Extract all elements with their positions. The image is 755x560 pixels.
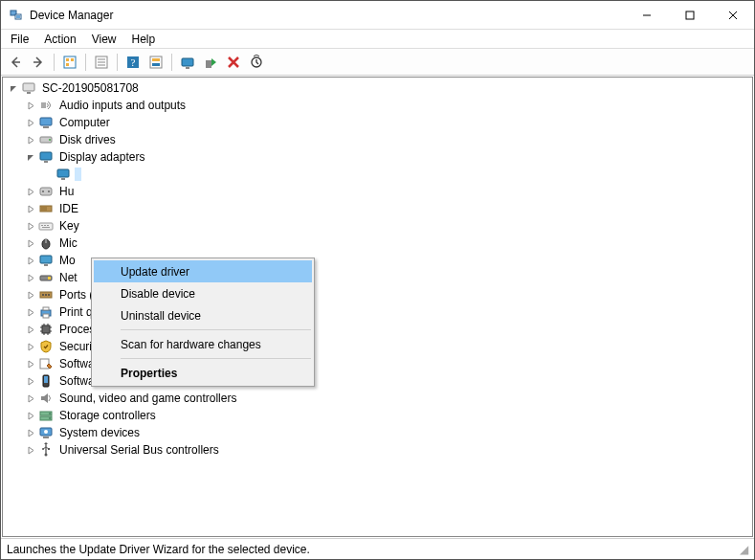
chevron-right-icon[interactable] [24,219,37,233]
toolbar: ? [1,49,754,76]
chevron-down-icon[interactable] [24,150,37,164]
tree-category[interactable]: Display adapters [3,148,752,166]
update-driver-button[interactable] [177,52,198,73]
chevron-right-icon[interactable] [24,202,37,215]
chevron-right-icon[interactable] [24,254,37,267]
menu-file[interactable]: File [3,32,36,47]
menu-action[interactable]: Action [36,32,83,47]
ctx-disable-device[interactable]: Disable device [94,282,312,304]
tree-category[interactable]: Mic [3,235,752,252]
chevron-right-icon[interactable] [24,374,37,388]
svg-rect-25 [27,92,31,94]
chevron-right-icon[interactable] [24,392,37,405]
tree-category-label: Storage controllers [57,409,158,422]
svg-rect-44 [44,225,46,226]
keyboard-icon [38,218,54,234]
tree-root[interactable]: SC-201905081708 [3,79,752,97]
forward-button[interactable] [28,52,49,73]
computer-icon [38,115,54,130]
sound-icon [38,391,54,406]
chevron-right-icon[interactable] [24,271,37,284]
storage-icon [38,408,54,423]
tree-category[interactable]: System devices [3,424,752,441]
svg-rect-58 [43,307,49,310]
menubar: File Action View Help [1,30,754,49]
resize-grip-icon[interactable]: ◢ [740,543,748,556]
tree-category-label: Mo [57,254,78,267]
actions-button[interactable] [145,52,167,73]
security-icon [38,339,54,354]
svg-rect-46 [42,227,50,228]
chevron-down-icon[interactable] [7,81,20,95]
enable-device-button[interactable] [200,52,221,73]
chevron-right-icon[interactable] [24,340,37,353]
tree-category[interactable]: Storage controllers [3,407,752,424]
tree-category[interactable]: Computer [3,114,752,131]
chevron-right-icon[interactable] [24,116,37,129]
svg-rect-31 [40,152,52,160]
chevron-right-icon[interactable] [24,288,37,302]
tree-category[interactable]: Disk drives [3,131,752,148]
show-hidden-button[interactable] [59,52,80,73]
tree-root-label: SC-201905081708 [40,81,141,95]
help-button[interactable]: ? [122,52,144,73]
svg-rect-45 [47,225,49,226]
tree-category[interactable]: Audio inputs and outputs [3,97,752,114]
svg-rect-71 [44,376,48,383]
ctx-uninstall-device[interactable]: Uninstall device [94,304,312,326]
menu-help[interactable]: Help [124,32,164,47]
svg-rect-34 [61,178,65,180]
svg-point-79 [45,454,48,457]
ctx-separator [121,329,311,330]
chevron-right-icon[interactable] [24,357,37,370]
tree-category-label: IDE [57,202,80,215]
maximize-button[interactable] [668,1,711,30]
svg-rect-33 [57,169,69,177]
chevron-right-icon[interactable] [24,99,37,112]
ctx-properties[interactable]: Properties [94,362,312,384]
svg-rect-20 [182,58,193,66]
ctx-update-driver[interactable]: Update driver [94,260,312,282]
tree-category-label: Universal Serial Bus controllers [57,443,221,457]
svg-rect-50 [44,264,48,266]
tree-category[interactable]: IDE [3,200,752,217]
tree-category-label: Net [57,271,79,284]
chevron-right-icon[interactable] [24,426,37,439]
tree-device[interactable] [3,166,752,183]
chevron-right-icon[interactable] [24,185,37,198]
status-text: Launches the Update Driver Wizard for th… [7,543,310,556]
svg-rect-43 [41,225,43,226]
svg-point-55 [45,294,47,296]
chevron-right-icon[interactable] [24,409,37,422]
tree-category[interactable]: Hu [3,183,752,200]
properties-button[interactable] [91,52,112,73]
back-button[interactable] [5,52,26,73]
minimize-button[interactable] [625,1,668,30]
chevron-right-icon[interactable] [24,133,37,146]
menu-view[interactable]: View [84,32,124,47]
chevron-right-icon[interactable] [24,305,37,319]
tree-category-label: Computer [57,116,112,129]
svg-rect-28 [43,126,49,128]
chevron-right-icon[interactable] [24,236,37,250]
svg-point-80 [42,448,44,450]
tree-category-label: Mic [57,236,79,250]
chevron-right-icon[interactable] [24,323,37,336]
svg-rect-35 [40,188,52,195]
svg-text:?: ? [131,56,136,68]
tree-category[interactable]: Sound, video and game controllers [3,390,752,407]
tree-category[interactable]: Universal Serial Bus controllers [3,441,752,459]
tree-category-label: Display adapters [57,150,146,164]
ctx-scan-hardware[interactable]: Scan for hardware changes [94,333,312,355]
uninstall-device-button[interactable] [223,52,244,73]
svg-rect-4 [686,11,694,19]
hid-icon [38,184,54,199]
ide-icon [38,201,54,216]
close-button[interactable] [711,1,754,30]
tree-category[interactable]: Key [3,217,752,235]
svg-rect-42 [39,223,53,230]
chevron-right-icon[interactable] [24,443,37,457]
scan-hardware-button[interactable] [246,52,267,73]
device-tree[interactable]: SC-201905081708 Audio inputs and outputs… [2,77,753,537]
disk-icon [38,132,54,147]
